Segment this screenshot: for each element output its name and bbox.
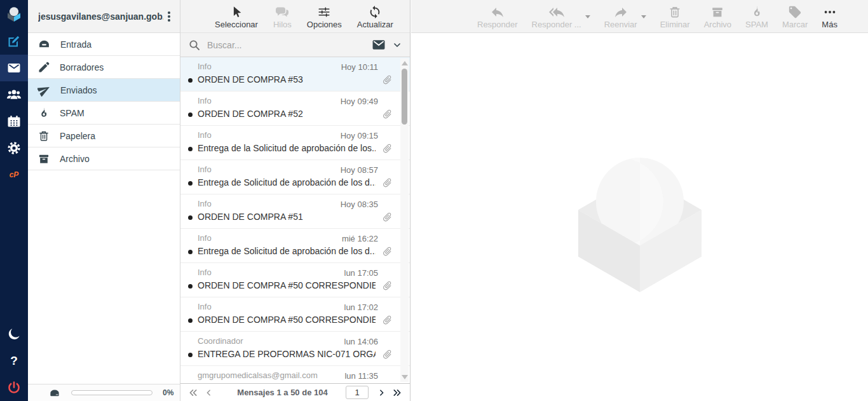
mark-button[interactable]: Marcar (782, 4, 808, 29)
more-dots-icon (823, 5, 837, 19)
message-sender: Coordinador (198, 336, 344, 346)
rail-spacer (0, 188, 28, 321)
rail-dark-mode-button[interactable] (0, 321, 28, 348)
rail-cpanel-button[interactable]: cP (0, 161, 28, 188)
unread-dot (188, 112, 193, 117)
search-input[interactable] (207, 40, 365, 50)
svg-text:?: ? (10, 354, 18, 367)
message-date: Hoy 09:49 (341, 97, 378, 106)
message-list-panel: Seleccionar Hilos Opciones (180, 0, 410, 401)
refresh-button[interactable]: Actualizar (357, 4, 393, 29)
last-page-button[interactable] (392, 388, 402, 397)
folder-item-spam[interactable]: SPAM (28, 102, 180, 125)
account-header[interactable]: jesusgavilanes@sanjuan.gob.... (28, 0, 180, 33)
message-row[interactable]: gmgrupomedicalsas@gmail.com lun 11:35 (180, 366, 410, 383)
rail-mail-button[interactable] (0, 55, 28, 81)
prev-page-button[interactable] (205, 388, 213, 397)
message-row[interactable]: Info Hoy 08:35 ORDEN DE COMPRA #51 (180, 194, 410, 229)
calendar-icon (6, 114, 22, 129)
flame-icon (750, 5, 764, 19)
refresh-icon (368, 5, 382, 19)
folder-label: Enviados (60, 85, 97, 95)
forward-dropdown-caret-icon[interactable] (641, 15, 646, 18)
rail-help-button[interactable]: ? (0, 348, 28, 374)
folder-label: SPAM (60, 108, 85, 118)
nav-rail: cP ? (0, 0, 28, 401)
message-row[interactable]: Info mié 16:22 Entrega de Solicitud de a… (180, 229, 410, 263)
options-button[interactable]: Opciones (307, 4, 342, 29)
message-date: lun 17:02 (344, 302, 379, 312)
list-scrollbar[interactable] (400, 58, 409, 382)
message-row[interactable]: Info lun 17:05 ORDEN DE COMPRA #50 CORRE… (180, 263, 410, 297)
folder-item-enviados[interactable]: Enviados (28, 79, 180, 102)
rail-compose-button[interactable] (0, 28, 28, 55)
archive-button-label: Archivo (704, 20, 731, 29)
page-number-input[interactable] (346, 386, 369, 399)
more-button-label: Más (822, 20, 837, 29)
folder-item-borradores[interactable]: Borradores (28, 56, 180, 79)
trash-icon (668, 5, 682, 19)
spam-button-label: SPAM (745, 20, 768, 29)
message-row[interactable]: Info lun 17:02 ORDEN DE COMPRA #50 CORRE… (180, 297, 410, 332)
threads-button[interactable]: Hilos (273, 4, 292, 29)
search-icon (188, 39, 201, 51)
list-pagination: Mensajes 1 a 50 de 104 (180, 383, 410, 401)
threads-icon (275, 4, 290, 20)
message-row[interactable]: Info Hoy 10:11 ORDEN DE COMPRA #53 (180, 57, 410, 92)
mail-icon (6, 60, 22, 76)
trash-icon (37, 130, 50, 142)
message-date: Hoy 08:57 (341, 165, 378, 175)
forward-button-label: Reenviar (604, 20, 637, 29)
reply-all-button[interactable]: Responder ... (532, 4, 581, 29)
scrollbar-down-arrow-icon[interactable] (402, 375, 408, 379)
account-email: jesusgavilanes@sanjuan.gob.... (38, 11, 163, 22)
paper-plane-icon (37, 83, 51, 97)
delete-button[interactable]: Eliminar (660, 4, 690, 29)
forward-icon (613, 4, 628, 20)
sliders-icon (317, 5, 331, 19)
cursor-icon (229, 5, 243, 19)
message-subject: Entrega de la Solicitud de aprobación de… (198, 143, 376, 153)
scrollbar-thumb[interactable] (402, 69, 407, 125)
message-subject: ENTREGA DE PROFORMAS NIC-071 ORGAN... (198, 349, 376, 359)
forward-button[interactable]: Reenviar (604, 4, 637, 29)
archive-button[interactable]: Archivo (704, 4, 731, 29)
message-row[interactable]: Info Hoy 08:57 Entrega de Solicitud de a… (180, 160, 410, 194)
contacts-icon (6, 86, 22, 103)
reply-button[interactable]: Responder (477, 4, 518, 29)
reply-all-dropdown-caret-icon[interactable] (585, 15, 590, 18)
archive-icon (710, 5, 724, 19)
threads-button-label: Hilos (273, 20, 292, 29)
kebab-vertical-icon[interactable] (163, 10, 175, 23)
folder-item-entrada[interactable]: Entrada (28, 33, 180, 56)
first-page-button[interactable] (188, 388, 198, 397)
message-subject: ORDEN DE COMPRA #53 (198, 74, 376, 85)
more-button[interactable]: Más (822, 4, 837, 29)
envelope-icon[interactable] (372, 39, 386, 51)
next-page-button[interactable] (377, 388, 386, 397)
message-subject: Entrega de Solicitud de aprobación de lo… (198, 177, 376, 187)
reply-all-icon (548, 4, 565, 20)
rail-contacts-button[interactable] (0, 81, 28, 108)
message-row[interactable]: Info Hoy 09:49 ORDEN DE COMPRA #52 (180, 92, 410, 126)
folder-item-archivo[interactable]: Archivo (28, 147, 180, 170)
spam-button[interactable]: SPAM (745, 4, 768, 29)
rail-settings-button[interactable] (0, 135, 28, 161)
rail-calendar-button[interactable] (0, 108, 28, 135)
archive-icon (37, 153, 50, 165)
folder-label: Archivo (60, 154, 90, 164)
rail-logout-button[interactable] (0, 374, 28, 401)
message-sender: Info (198, 130, 344, 140)
message-row[interactable]: Info Hoy 09:15 Entrega de la Solicitud d… (180, 126, 410, 160)
compose-icon (6, 34, 22, 49)
select-button[interactable]: Seleccionar (215, 4, 258, 29)
message-sender: Info (198, 62, 344, 71)
folder-item-papelera[interactable]: Papelera (28, 125, 180, 147)
pencil-icon (37, 61, 50, 74)
scrollbar-up-arrow-icon[interactable] (402, 61, 408, 65)
inbox-icon (37, 37, 51, 51)
message-row[interactable]: Coordinador lun 14:06 ENTREGA DE PROFORM… (180, 332, 410, 366)
message-sender: Info (198, 165, 344, 174)
app-logo[interactable] (0, 0, 28, 28)
chevron-down-icon[interactable] (392, 40, 402, 50)
